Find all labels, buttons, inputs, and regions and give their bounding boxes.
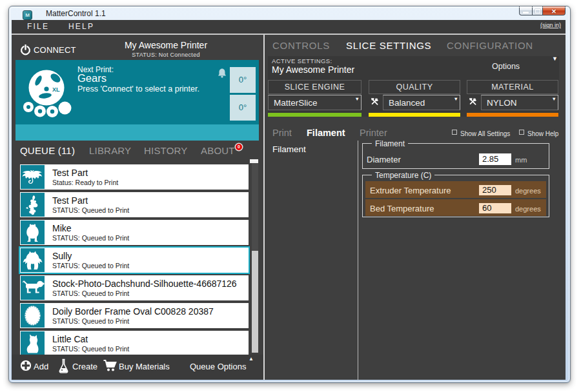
svg-text:XL: XL — [52, 86, 60, 93]
